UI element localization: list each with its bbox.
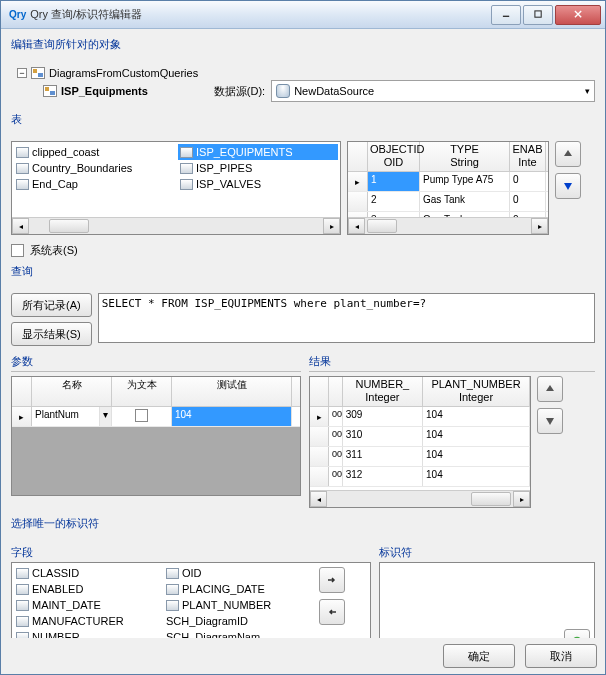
target-tree: − DiagramsFromCustomQueries ISP_Equipmen… [17, 66, 595, 102]
field-icon [16, 616, 29, 627]
tree-root[interactable]: − DiagramsFromCustomQueries [17, 66, 595, 80]
field-icon [16, 600, 29, 611]
all-records-button[interactable]: 所有记录(A) [11, 293, 92, 317]
table-icon [16, 179, 29, 190]
show-results-button[interactable]: 显示结果(S) [11, 322, 92, 346]
minimize-button[interactable] [491, 5, 521, 25]
fields-listbox[interactable]: CLASSIDENABLEDMAINT_DATEMANUFACTURERNUMB… [11, 562, 371, 638]
diagram-icon [31, 67, 45, 79]
move-up-button[interactable] [555, 141, 581, 167]
table-icon [180, 179, 193, 190]
datasource-combo[interactable]: NewDataSource ▾ [271, 80, 595, 102]
list-item-label: CLASSID [32, 567, 79, 579]
tables-scrollbar[interactable]: ◂ ▸ [12, 217, 340, 234]
list-item[interactable]: SCH_DiagramID [164, 613, 310, 629]
maximize-button[interactable] [523, 5, 553, 25]
tables-listbox[interactable]: clipped_coastCountry_BoundariesEnd_Cap I… [11, 141, 341, 235]
list-item[interactable]: PLANT_NUMBER [164, 597, 310, 613]
move-down-button[interactable] [537, 408, 563, 434]
scroll-left-button[interactable]: ◂ [348, 218, 365, 234]
param-col-astext: 为文本 [112, 377, 172, 406]
scroll-left-button[interactable]: ◂ [310, 491, 327, 507]
params-label: 参数 [11, 354, 301, 369]
tree-child[interactable]: ISP_Equipments [43, 84, 148, 98]
system-tables-checkbox[interactable] [11, 244, 24, 257]
table-row[interactable]: 2Gas Tank0 [348, 192, 548, 212]
list-item-label: PLACING_DATE [182, 583, 265, 595]
list-item-label: ISP_PIPES [196, 162, 252, 174]
app-icon: Qry [9, 9, 26, 20]
results-grid[interactable]: NUMBER_IntegerPLANT_NUMBERInteger ▸00309… [309, 376, 531, 508]
list-item[interactable]: clipped_coast [14, 144, 174, 160]
add-identifier-button[interactable] [564, 629, 590, 638]
chevron-down-icon: ▾ [585, 86, 590, 96]
identifiers-label: 选择唯一的标识符 [11, 516, 595, 531]
list-item-label: End_Cap [32, 178, 78, 190]
scroll-thumb[interactable] [471, 492, 511, 506]
list-item[interactable]: Country_Boundaries [14, 160, 174, 176]
titlebar[interactable]: Qry Qry 查询/标识符编辑器 [1, 1, 605, 29]
tree-child-label: ISP_Equipments [61, 85, 148, 97]
scroll-right-button[interactable]: ▸ [513, 491, 530, 507]
scroll-right-button[interactable]: ▸ [531, 218, 548, 234]
ok-button[interactable]: 确定 [443, 644, 515, 668]
list-item-label: MANUFACTURER [32, 615, 124, 627]
list-item[interactable]: ISP_VALVES [178, 176, 338, 192]
results-label: 结果 [309, 354, 595, 369]
scroll-right-button[interactable]: ▸ [323, 218, 340, 234]
param-test-value[interactable]: 104 [172, 407, 292, 426]
list-item[interactable]: ENABLED [14, 581, 160, 597]
list-item[interactable]: End_Cap [14, 176, 174, 192]
dialog-window: Qry Qry 查询/标识符编辑器 编辑查询所针对的对象 − DiagramsF… [0, 0, 606, 675]
list-item[interactable]: MAINT_DATE [14, 597, 160, 613]
add-field-button[interactable] [319, 567, 345, 593]
list-item[interactable]: MANUFACTURER [14, 613, 160, 629]
move-down-button[interactable] [555, 173, 581, 199]
identifiers-listbox[interactable] [379, 562, 595, 638]
collapse-icon[interactable]: − [17, 68, 27, 78]
database-icon [276, 84, 290, 98]
param-row[interactable]: ▸ PlantNum ▾ 104 [12, 407, 300, 427]
field-icon [166, 568, 179, 579]
table-row[interactable]: 00312104 [310, 467, 530, 487]
list-item-label: ISP_VALVES [196, 178, 261, 190]
param-name[interactable]: PlantNum [32, 407, 100, 426]
table-row[interactable]: 00311104 [310, 447, 530, 467]
sql-textarea[interactable]: SELECT * FROM ISP_EQUIPMENTS where plant… [98, 293, 595, 343]
scroll-thumb[interactable] [49, 219, 89, 233]
field-icon [166, 584, 179, 595]
list-item-label: SCH_DiagramID [166, 615, 248, 627]
list-item[interactable]: SCH_DiagramNam [164, 629, 310, 638]
list-item[interactable]: OID [164, 565, 310, 581]
list-item-label: ENABLED [32, 583, 83, 595]
param-col-test: 测试值 [172, 377, 292, 406]
table-row[interactable]: ▸00309104 [310, 407, 530, 427]
scroll-left-button[interactable]: ◂ [12, 218, 29, 234]
params-grid[interactable]: 名称 为文本 测试值 ▸ PlantNum ▾ 104 [11, 376, 301, 496]
query-label: 查询 [11, 264, 595, 279]
remove-field-button[interactable] [319, 599, 345, 625]
close-button[interactable] [555, 5, 601, 25]
list-item[interactable]: PLACING_DATE [164, 581, 310, 597]
svg-point-4 [572, 637, 582, 638]
list-item[interactable]: ISP_EQUIPMENTS [178, 144, 338, 160]
list-item-label: OID [182, 567, 202, 579]
list-item[interactable]: NUMBER_ [14, 629, 160, 638]
list-item[interactable]: ISP_PIPES [178, 160, 338, 176]
table-row[interactable]: ▸1Pump Type A750 [348, 172, 548, 192]
param-astext-checkbox[interactable] [135, 409, 148, 422]
list-item-label: MAINT_DATE [32, 599, 101, 611]
preview-scrollbar[interactable]: ◂ ▸ [348, 217, 548, 234]
datasource-value: NewDataSource [294, 85, 374, 97]
table-icon [16, 163, 29, 174]
results-scrollbar[interactable]: ◂ ▸ [310, 490, 530, 507]
table-row[interactable]: 00310104 [310, 427, 530, 447]
move-up-button[interactable] [537, 376, 563, 402]
param-name-dropdown[interactable]: ▾ [100, 407, 112, 426]
preview-grid[interactable]: OBJECTIDOIDTYPEStringENABInte ▸1Pump Typ… [347, 141, 549, 235]
target-label: 编辑查询所针对的对象 [11, 37, 595, 52]
list-item-label: clipped_coast [32, 146, 99, 158]
scroll-thumb[interactable] [367, 219, 397, 233]
cancel-button[interactable]: 取消 [525, 644, 597, 668]
list-item[interactable]: CLASSID [14, 565, 160, 581]
